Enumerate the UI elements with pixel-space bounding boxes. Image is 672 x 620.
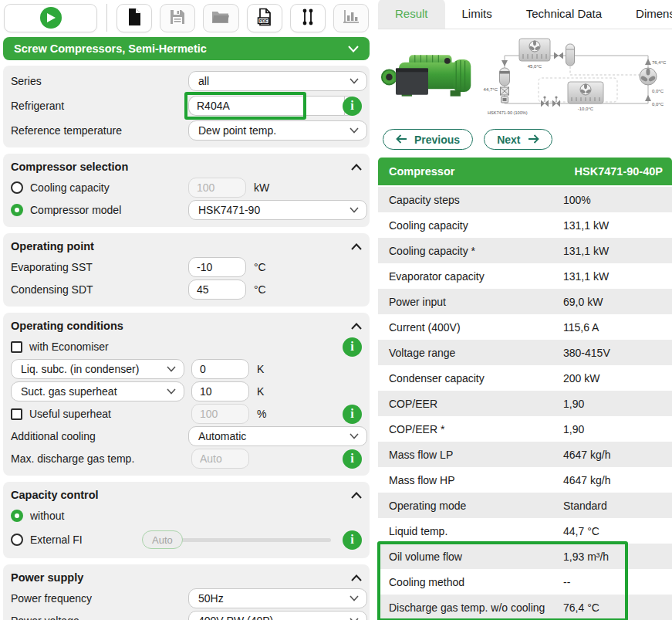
useful-superheat-label: Useful superheat — [29, 408, 111, 420]
liquid-subcooling-input[interactable] — [191, 359, 249, 379]
liquid-subcooling-select[interactable]: Liq. subc. (in condenser) — [11, 359, 184, 379]
cooling-capacity-input[interactable] — [188, 178, 246, 198]
category-title: Screw Compressors, Semi-Hermetic — [14, 42, 207, 55]
app-window: PDF Screw Compressors, Semi-Hermetic — [0, 0, 672, 620]
reference-temperature-select[interactable]: Dew point temp. — [188, 120, 367, 141]
compressor-product-image — [378, 32, 477, 116]
save-icon — [169, 8, 186, 28]
open-folder-icon — [211, 9, 230, 27]
result-panel: Result Limits Technical Data Dimensions — [373, 0, 672, 620]
cooling-capacity-unit: kW — [254, 181, 269, 194]
play-icon — [40, 7, 62, 29]
liquid-temp-label: 44,7°C — [484, 87, 498, 92]
additional-cooling-select[interactable]: Automatic — [188, 426, 367, 446]
media-row: 45,0°C 76,4°C 0,0°C 0,0°C — [378, 32, 672, 124]
suction-superheat-select[interactable]: Suct. gas superheat — [11, 381, 184, 401]
table-row: Discharge gas temp. w/o cooling76,4 °C — [378, 595, 672, 620]
refrigerant-info-button[interactable]: i — [343, 97, 362, 116]
tab-technical-data[interactable]: Technical Data — [509, 0, 619, 29]
compressor-model-label: Compressor model — [30, 204, 121, 216]
table-row: Cooling capacity *131,1 kW — [378, 238, 672, 263]
compare-button[interactable] — [290, 4, 326, 32]
chevron-down-icon — [167, 366, 176, 372]
series-select[interactable]: all — [188, 71, 367, 91]
pdf-export-button[interactable]: PDF — [247, 4, 282, 32]
max-discharge-gas-temp-label: Max. discharge gas temp. — [11, 452, 134, 465]
chevron-down-icon — [350, 207, 359, 213]
chevron-down-icon — [350, 78, 359, 84]
open-folder-button[interactable] — [203, 4, 238, 32]
external-fi-label: External FI — [30, 534, 83, 546]
refrigerant-input[interactable] — [188, 96, 344, 116]
section-power-supply: Power supply Power frequency 50Hz Power … — [3, 564, 370, 620]
suction-superheat-unit: K — [257, 385, 264, 398]
diagram-model-label: HSK7471-90 (100%) — [488, 110, 528, 115]
reference-temperature-label: Reference temperature — [11, 124, 122, 137]
tab-result[interactable]: Result — [378, 0, 445, 29]
table-row: Capacity steps100% — [378, 187, 672, 212]
power-frequency-select[interactable]: 50Hz — [188, 588, 367, 608]
economiser-info-button[interactable]: i — [343, 337, 362, 357]
tab-dimensions[interactable]: Dimensions — [619, 0, 672, 29]
info-icon: i — [350, 408, 353, 420]
cooling-capacity-radio[interactable] — [11, 181, 23, 194]
chevron-down-icon — [350, 127, 359, 134]
slider-handle[interactable]: Auto — [142, 530, 183, 549]
chevron-up-icon — [351, 492, 362, 499]
max-discharge-info-button[interactable]: i — [343, 449, 362, 469]
max-discharge-gas-temp-input[interactable] — [191, 449, 249, 469]
with-economiser-checkbox[interactable] — [11, 341, 22, 353]
table-row: Liquid temp.44,7 °C — [378, 518, 672, 544]
power-voltage-select[interactable]: 400V-PW (40P) — [188, 611, 367, 620]
statistics-button[interactable] — [333, 4, 369, 32]
condensing-sdt-label: Condensing SDT — [11, 283, 93, 296]
external-fi-info-button[interactable]: i — [343, 530, 362, 550]
capacity-control-header[interactable]: Capacity control — [11, 486, 362, 504]
compressor-selection-header[interactable]: Compressor selection — [11, 158, 362, 176]
power-frequency-label: Power frequency — [11, 592, 92, 605]
previous-button[interactable]: Previous — [383, 129, 473, 150]
svg-text:PDF: PDF — [259, 18, 268, 22]
save-button[interactable] — [160, 4, 195, 32]
result-table-header-label: Compressor — [389, 165, 454, 178]
calculate-button[interactable] — [4, 4, 97, 32]
table-row: Oil volume flow1,93 m³/h — [378, 544, 672, 569]
next-button[interactable]: Next — [484, 129, 552, 150]
power-supply-header[interactable]: Power supply — [11, 568, 362, 587]
compressor-model-select[interactable]: HSK7471-90 — [188, 200, 367, 220]
chevron-up-icon — [351, 323, 362, 330]
useful-superheat-info-button[interactable]: i — [343, 405, 362, 424]
chevron-up-icon — [351, 243, 362, 250]
condensing-sdt-input[interactable] — [188, 280, 246, 300]
without-capacity-control-radio[interactable] — [11, 510, 23, 522]
info-icon: i — [350, 452, 353, 465]
table-row: Cooling method-- — [378, 569, 672, 595]
section-general: Series all Refrigerant — [3, 66, 370, 147]
tab-bar: Result Limits Technical Data Dimensions — [378, 0, 672, 29]
useful-superheat-input[interactable] — [191, 404, 249, 424]
arrow-right-icon — [528, 134, 539, 146]
condensing-sdt-unit: °C — [254, 283, 266, 296]
table-row: Current (400V)115,6 A — [378, 314, 672, 340]
slider-track[interactable] — [177, 538, 331, 542]
tab-limits[interactable]: Limits — [445, 0, 509, 29]
operating-conditions-header[interactable]: Operating conditions — [11, 317, 362, 335]
result-table-model: HSK7471-90-40P — [575, 165, 663, 178]
chevron-up-icon — [351, 574, 362, 581]
evaporating-sst-input[interactable] — [188, 257, 246, 277]
toolbar: PDF — [2, 0, 370, 36]
external-fi-slider: Auto — [142, 530, 331, 550]
table-row: Evaporator capacity131,1 kW — [378, 263, 672, 289]
new-document-button[interactable] — [117, 4, 152, 32]
suction-superheat-input[interactable] — [191, 381, 249, 401]
chevron-up-icon — [351, 164, 362, 171]
external-fi-radio[interactable] — [11, 534, 23, 546]
useful-superheat-checkbox[interactable] — [11, 408, 22, 420]
category-header[interactable]: Screw Compressors, Semi-Hermetic — [3, 37, 370, 60]
table-row: Power input69,0 kW — [378, 289, 672, 314]
operating-point-header[interactable]: Operating point — [11, 237, 362, 256]
result-table: Compressor HSK7471-90-40P Capacity steps… — [378, 158, 672, 620]
compressor-model-radio[interactable] — [11, 204, 23, 216]
info-icon: i — [350, 534, 353, 546]
circuit-diagram: 45,0°C 76,4°C 0,0°C 0,0°C — [477, 32, 672, 127]
